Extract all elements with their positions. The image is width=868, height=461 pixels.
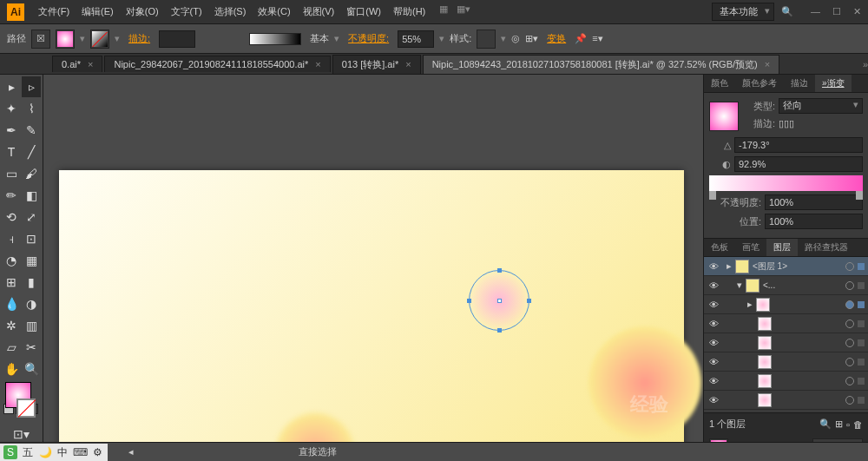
type-tool[interactable]: T [2,142,21,162]
doc-tab-3[interactable]: Nipic_10894243_20181027103758180081 [转换]… [423,55,779,74]
graph-tool[interactable]: ▥ [22,315,41,336]
ime-keyboard-icon[interactable]: ⌨ [73,445,87,459]
visibility-icon[interactable]: 👁 [707,319,720,329]
pen-tool[interactable]: ✒ [2,120,21,141]
perspective-tool[interactable]: ▦ [22,250,41,271]
menu-object[interactable]: 对象(O) [121,3,164,20]
layer-row[interactable]: 👁 [704,352,868,372]
gradient-preview[interactable] [709,102,739,131]
new-sublayer-icon[interactable]: ⊞ [835,418,843,430]
doc-tab-0[interactable]: 0.ai*× [52,56,102,72]
visibility-icon[interactable]: 👁 [707,280,720,291]
visibility-icon[interactable]: 👁 [707,261,720,272]
gradient-opacity-input[interactable] [765,194,863,210]
layer-row[interactable]: 👁 [704,372,868,391]
lasso-tool[interactable]: ⌇ [22,98,41,119]
visibility-icon[interactable]: 👁 [707,376,720,386]
panel-tab-brushes[interactable]: 画笔 [735,239,766,256]
target-icon[interactable] [845,281,854,290]
bridge-icon[interactable]: ▦ [439,3,448,20]
rotate-tool[interactable]: ⟲ [2,207,21,227]
direct-selection-tool[interactable]: ▹ [22,76,41,97]
layer-name[interactable]: <... [763,280,842,290]
layer-row[interactable]: 👁 ▸ <图层 1> [704,257,868,276]
pencil-tool[interactable]: ✏ [2,185,21,206]
canvas[interactable]: 经验 [43,75,703,461]
layer-row[interactable]: 👁 ▸ [704,295,868,314]
menu-select[interactable]: 选择(S) [209,3,252,20]
gradient-pos-input[interactable] [765,214,863,229]
close-button[interactable]: ✕ [853,6,861,17]
visibility-icon[interactable]: 👁 [707,395,720,405]
center-point[interactable] [497,299,502,303]
ime-lang-icon[interactable]: 中 [56,445,69,459]
brush-preview[interactable] [249,33,301,45]
ime-mode-icon[interactable]: 五 [21,445,35,459]
target-icon[interactable] [845,319,854,328]
target-icon[interactable] [845,339,854,347]
stroke-label[interactable]: 描边: [125,32,154,45]
expand-icon[interactable]: ▸ [727,260,732,272]
anchor-point[interactable] [527,299,531,303]
delete-layer-icon[interactable]: 🗑 [853,419,863,430]
color-swatches[interactable] [2,380,41,420]
opacity-input[interactable] [398,30,434,48]
layer-row[interactable]: 👁 [704,333,868,352]
target-icon[interactable] [845,396,854,405]
align-icon[interactable]: ◎ [511,33,520,44]
target-icon[interactable] [845,377,854,385]
menu-view[interactable]: 视图(V) [298,3,340,20]
fill-none-toggle[interactable]: ☒ [31,30,50,49]
graphic-style[interactable] [477,30,496,49]
locate-layer-icon[interactable]: 🔍 [819,418,832,430]
selection-tool[interactable]: ▸ [2,76,21,97]
pin-icon[interactable]: 📌 [575,33,587,44]
gradient-type-dropdown[interactable]: 径向 [779,98,863,114]
maximize-button[interactable]: ☐ [832,6,841,17]
gradient-stop[interactable] [709,191,716,200]
tabs-overflow-icon[interactable]: » [863,59,868,69]
layer-name[interactable]: <图层 1> [753,260,842,273]
align-menu-icon[interactable]: ≡▾ [592,33,602,44]
menu-file[interactable]: 文件(F) [33,3,75,20]
hand-tool[interactable]: ✋ [2,359,21,379]
menu-help[interactable]: 帮助(H) [388,3,431,20]
target-icon[interactable] [845,300,854,309]
panel-tab-swatches[interactable]: 色板 [704,239,735,256]
gradient-tool[interactable]: ▮ [22,272,41,293]
line-tool[interactable]: ╱ [22,142,41,162]
curvature-tool[interactable]: ✎ [22,120,41,141]
ime-logo-icon[interactable]: S [3,445,17,459]
expand-icon[interactable]: ▸ [747,299,753,310]
visibility-icon[interactable]: 👁 [707,357,720,367]
selected-ellipse[interactable] [469,270,529,331]
menu-edit[interactable]: 编辑(E) [76,3,119,20]
menu-window[interactable]: 窗口(W) [341,3,386,20]
fill-swatch[interactable] [56,30,75,49]
anchor-point[interactable] [497,328,502,333]
opacity-label[interactable]: 不透明度: [345,32,392,45]
search-icon[interactable]: 🔍 [781,6,793,17]
menu-type[interactable]: 文字(T) [166,3,207,20]
panel-tab-stroke[interactable]: 描边 [784,75,815,92]
anchor-point[interactable] [467,299,471,303]
anchor-point[interactable] [497,268,502,273]
bridge-icon2[interactable]: ▦▾ [457,3,470,20]
stroke-weight-input[interactable] [159,30,195,48]
scale-tool[interactable]: ⤢ [22,207,41,227]
target-icon[interactable] [845,262,854,271]
ratio-input[interactable] [734,156,863,172]
artboard-tool[interactable]: ▱ [2,337,21,358]
visibility-icon[interactable]: 👁 [707,300,720,310]
width-tool[interactable]: ⫞ [2,228,21,249]
visibility-icon[interactable]: 👁 [707,338,720,348]
symbol-tool[interactable]: ✲ [2,315,21,336]
ime-settings-icon[interactable]: ⚙ [90,445,104,459]
stroke-align-icon[interactable]: ▯▯▯ [779,118,794,129]
panel-tab-layers[interactable]: 图层 [766,239,798,256]
stroke-swatch[interactable] [90,30,109,49]
slice-tool[interactable]: ✂ [22,337,41,358]
ime-moon-icon[interactable]: 🌙 [38,445,52,459]
angle-input[interactable] [734,137,863,153]
panel-tab-gradient[interactable]: »渐变 [815,75,852,92]
